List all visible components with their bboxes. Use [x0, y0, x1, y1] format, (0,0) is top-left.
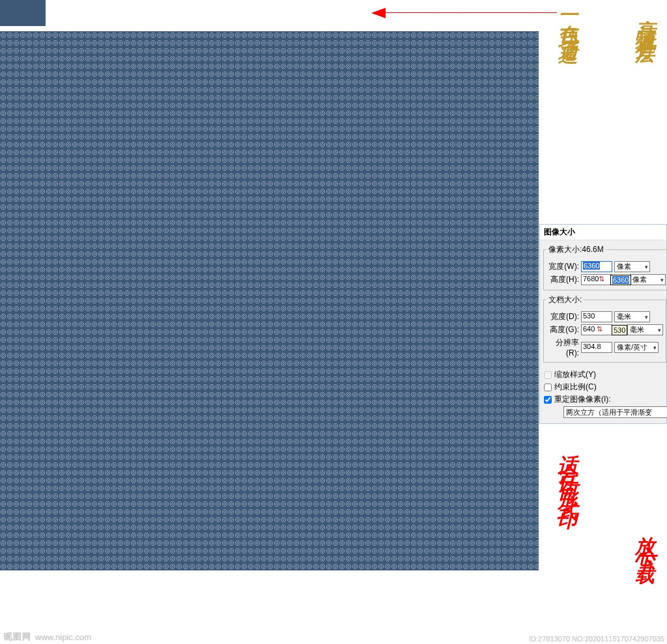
- doc-width-label: 宽度(D):: [546, 311, 579, 322]
- watermark-url: www.nipic.com: [35, 632, 91, 642]
- pixel-height-unit-select[interactable]: 像素▾: [630, 274, 666, 285]
- resample-image-checkbox[interactable]: 重定图像像素(I):: [544, 394, 662, 405]
- link-icon: ⇅: [597, 325, 603, 333]
- doc-height-input[interactable]: 640 ⇅: [581, 324, 612, 335]
- height-label: 高度(H):: [546, 274, 579, 285]
- annotation-arrow: [371, 7, 557, 20]
- doc-height-label: 高度(G):: [546, 324, 579, 335]
- pixel-width-unit-select[interactable]: 像素▾: [614, 261, 650, 272]
- watermark-logo: 昵图网: [4, 631, 31, 643]
- resolution-input[interactable]: 304.8: [581, 342, 612, 353]
- width-label: 宽度(W):: [546, 261, 579, 272]
- image-size-dialog: 图像大小 像素大小:46.6M 宽度(W): 6360 像素▾ 高度(H): 7…: [539, 224, 667, 424]
- doc-height-unit-select[interactable]: 毫米▾: [627, 324, 663, 335]
- chevron-down-icon: ▾: [658, 327, 661, 333]
- pixel-width-input[interactable]: 6360: [581, 261, 612, 272]
- chevron-down-icon: ▾: [645, 264, 648, 270]
- annotation-gold-left: 一色块一通道: [560, 4, 581, 35]
- constrain-proportions-checkbox[interactable]: 约束比例(C): [544, 382, 662, 393]
- resample-method-select[interactable]: 两次立方（适用于平滑渐变: [563, 406, 667, 418]
- watermark-right: ID:27813070 NO:20201115170742907035: [529, 635, 664, 643]
- watermark-left: 昵图网 www.nipic.com: [4, 631, 91, 643]
- tooltip: 530: [612, 325, 627, 335]
- link-icon: ⇅: [599, 275, 604, 283]
- tooltip: 6360: [610, 275, 631, 285]
- pixel-height-input[interactable]: 7680⇅: [581, 274, 612, 285]
- chevron-down-icon: ▾: [653, 344, 657, 351]
- document-size-legend: 文档大小:: [546, 294, 584, 305]
- annotation-red-right: 放心下载: [637, 521, 658, 557]
- dialog-title: 图像大小: [540, 225, 666, 240]
- pattern-preview: [0, 31, 539, 570]
- doc-width-unit-select[interactable]: 毫米▾: [614, 311, 650, 322]
- scale-styles-checkbox[interactable]: 缩放样式(Y): [544, 369, 662, 380]
- resolution-unit-select[interactable]: 像素/英寸▾: [614, 342, 659, 353]
- pixel-dimensions-group: 像素大小:46.6M 宽度(W): 6360 像素▾ 高度(H): 7680⇅ …: [543, 244, 667, 290]
- annotation-gold-right: 高清通道分层: [637, 4, 658, 35]
- chevron-down-icon: ▾: [660, 277, 664, 283]
- annotation-red-left: 适合任何形式印: [560, 439, 580, 503]
- resolution-label: 分辨率(R):: [546, 337, 579, 357]
- doc-width-input[interactable]: 530: [581, 311, 612, 322]
- pixel-dimensions-legend: 像素大小:46.6M: [546, 244, 606, 255]
- canvas-corner-block: [0, 0, 46, 26]
- chevron-down-icon: ▾: [645, 314, 648, 320]
- document-size-group: 文档大小: 宽度(D): 530 毫米▾ 高度(G): 640 ⇅ 530 毫米…: [543, 294, 666, 363]
